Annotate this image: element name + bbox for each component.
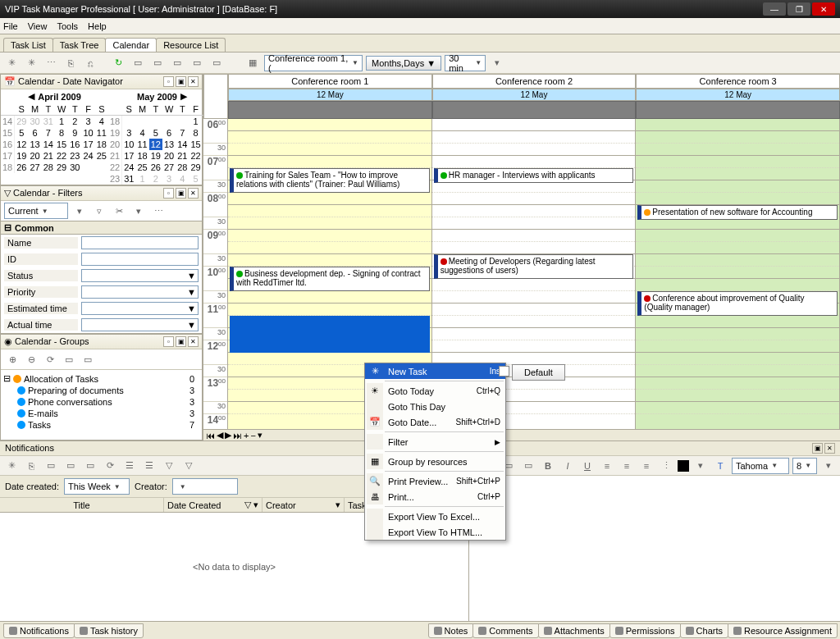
- font-size-selector[interactable]: 8▼: [792, 458, 817, 474]
- filter-id-input[interactable]: [81, 253, 199, 266]
- toolbar-btn-4[interactable]: ⎘: [62, 55, 79, 71]
- tab-comments[interactable]: Comments: [472, 623, 538, 638]
- filter-estimated-time-selector[interactable]: ▼: [81, 302, 199, 315]
- group-btn5[interactable]: ▭: [80, 351, 96, 367]
- nav-first-icon[interactable]: ⏮: [206, 431, 215, 440]
- tab-permissions[interactable]: Permissions: [609, 623, 681, 638]
- ctx-print-preview-[interactable]: 🔍Print Preview...Shift+Ctrl+P: [365, 473, 505, 489]
- menu-view[interactable]: View: [28, 21, 48, 31]
- filter-btn4[interactable]: ▾: [130, 203, 147, 219]
- tab-resource-assignment[interactable]: Resource Assignment: [728, 623, 838, 638]
- toolbar-btn-8[interactable]: ▭: [169, 55, 185, 71]
- ctx-print-[interactable]: 🖶Print...Ctrl+P: [365, 489, 505, 504]
- tab-notifications[interactable]: Notifications: [3, 623, 75, 638]
- calendar-event[interactable]: Business development dep. - Signing of c…: [230, 267, 430, 291]
- toolbar-btn-6[interactable]: ▭: [130, 55, 146, 71]
- menu-file[interactable]: File: [3, 21, 18, 31]
- filter-btn5[interactable]: ⋯: [150, 203, 167, 219]
- menu-help[interactable]: Help: [88, 21, 107, 31]
- groups-title: Calendar - Groups: [15, 336, 89, 346]
- ctx-filter[interactable]: Filter▶: [365, 434, 505, 450]
- view-mode-selector[interactable]: Months,Days ▼: [366, 56, 441, 71]
- bold-icon[interactable]: B: [540, 458, 556, 474]
- toolbar-dropdown-arrow[interactable]: ▾: [489, 55, 505, 71]
- ctx-goto-this-day[interactable]: Goto This Day: [365, 399, 505, 414]
- filter-btn3[interactable]: ✂: [111, 203, 127, 219]
- creator-selector[interactable]: ▼: [172, 478, 238, 495]
- room-header-1: Conference room 1: [228, 74, 432, 89]
- underline-icon[interactable]: U: [579, 458, 596, 474]
- group-btn4[interactable]: ▭: [61, 351, 77, 367]
- interval-selector[interactable]: 30 min▼: [445, 55, 486, 71]
- toolbar-btn-1[interactable]: ✳: [3, 55, 20, 71]
- nav-prev-icon[interactable]: ◀: [217, 430, 223, 440]
- ctx-group-by-resources[interactable]: ▦Group by resources: [365, 454, 505, 469]
- calendar-event[interactable]: HR manager - Interviews with applicants: [434, 168, 634, 183]
- nav-last-icon[interactable]: ⏭: [233, 431, 242, 440]
- calendar-event[interactable]: Conference about improvement of Quality …: [637, 291, 838, 316]
- tab-notes[interactable]: Notes: [428, 623, 474, 638]
- tab-attachments[interactable]: Attachments: [538, 623, 610, 638]
- filter-preset-selector[interactable]: Current▼: [4, 203, 68, 219]
- group-item[interactable]: Preparing of documents3: [3, 385, 199, 396]
- tab-task-history[interactable]: Task history: [74, 623, 144, 638]
- group-btn2[interactable]: ⊖: [23, 351, 39, 367]
- italic-icon[interactable]: I: [559, 458, 576, 474]
- popup-checkbox[interactable]: [499, 366, 509, 377]
- collapse-icon[interactable]: ⊟: [4, 222, 11, 233]
- toolbar-btn-5[interactable]: ⎌: [82, 55, 98, 71]
- nav-more-icon[interactable]: ▾: [258, 430, 262, 440]
- ctx-export-view-to-excel-[interactable]: Export View To Excel...: [365, 509, 505, 524]
- panel-max-icon[interactable]: ▣: [176, 76, 186, 87]
- filter-btn1[interactable]: ▾: [71, 203, 88, 219]
- calendar-event[interactable]: Training for Sales Team - "How to improv…: [230, 168, 430, 193]
- group-item[interactable]: E-mails3: [3, 408, 199, 419]
- ctx-export-view-to-html-[interactable]: Export View To HTML...: [365, 524, 505, 540]
- group-root[interactable]: ⊟Allocation of Tasks0: [3, 372, 199, 385]
- panel-close-icon[interactable]: ✕: [188, 76, 199, 87]
- ctx-goto-date-[interactable]: 📅Goto Date...Shift+Ctrl+D: [365, 414, 505, 430]
- toolbar-btn-10[interactable]: ▭: [208, 55, 225, 71]
- color-swatch[interactable]: [678, 460, 689, 472]
- font-selector[interactable]: Tahoma▼: [732, 458, 789, 474]
- toolbar-refresh[interactable]: ↻: [110, 55, 126, 71]
- filter-priority-selector[interactable]: ▼: [81, 285, 199, 299]
- close-button[interactable]: ✕: [812, 2, 835, 16]
- filter-icon: ▽: [4, 188, 11, 198]
- group-item[interactable]: Tasks7: [3, 419, 199, 431]
- notifications-title: Notifications: [5, 443, 54, 454]
- group-item[interactable]: Phone conversations3: [3, 396, 199, 408]
- panel-pin-icon[interactable]: ▫: [163, 76, 174, 87]
- tab-resource-list[interactable]: Resource List: [156, 38, 226, 52]
- toolbar-btn-9[interactable]: ▭: [189, 55, 205, 71]
- default-button[interactable]: Default: [512, 364, 565, 381]
- room-selector[interactable]: Conference room 1, (▼: [264, 55, 363, 71]
- date-created-selector[interactable]: This Week▼: [64, 478, 130, 495]
- calendar-event[interactable]: Meeting of Developers (Regarding latest …: [434, 254, 634, 279]
- tab-calendar[interactable]: Calendar: [105, 38, 157, 52]
- group-btn1[interactable]: ⊕: [4, 351, 21, 367]
- filter-status-selector[interactable]: ▼: [81, 269, 199, 282]
- calendar-event[interactable]: Presentation of new software for Account…: [637, 205, 838, 220]
- nav-del-icon[interactable]: −: [250, 431, 255, 440]
- ctx-new-task[interactable]: ✳New TaskIns: [365, 363, 505, 379]
- date-navigator[interactable]: ◀April 2009SMTWTFS1429303112341556789101…: [1, 89, 202, 185]
- tab-task-tree[interactable]: Task Tree: [52, 38, 107, 52]
- ctx-goto-today[interactable]: ☀Goto TodayCtrl+Q: [365, 383, 505, 399]
- nav-next-icon[interactable]: ▶: [225, 430, 231, 440]
- nav-add-icon[interactable]: +: [244, 431, 249, 440]
- menu-tools[interactable]: Tools: [57, 21, 78, 31]
- maximize-button[interactable]: ❐: [788, 2, 810, 16]
- filter-name-input[interactable]: [81, 236, 199, 249]
- filter-btn2[interactable]: ▿: [91, 203, 107, 219]
- time-selection[interactable]: [230, 316, 430, 353]
- tab-task-list[interactable]: Task List: [3, 38, 53, 52]
- toolbar-btn-7[interactable]: ▭: [149, 55, 166, 71]
- toolbar-btn-2[interactable]: ✳: [23, 55, 39, 71]
- minimize-button[interactable]: —: [763, 2, 786, 16]
- toolbar-btn-3[interactable]: ⋯: [43, 55, 59, 71]
- filter-actual-time-selector[interactable]: ▼: [81, 318, 199, 331]
- main-toolbar: ✳ ✳ ⋯ ⎘ ⎌ ↻ ▭ ▭ ▭ ▭ ▭ ▦ Conference room …: [0, 52, 840, 74]
- tab-charts[interactable]: Charts: [680, 623, 728, 638]
- group-btn3[interactable]: ⟳: [42, 351, 58, 367]
